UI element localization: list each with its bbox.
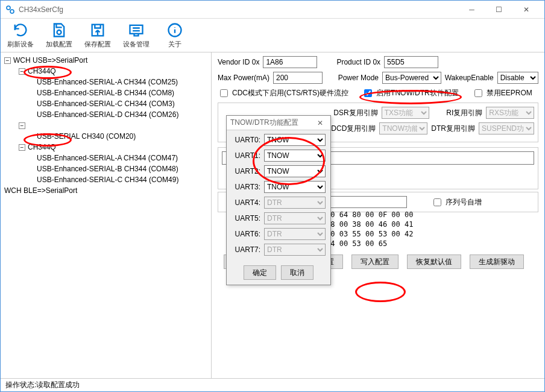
uart4-select: DTR bbox=[264, 197, 326, 209]
vendor-label: Vendor ID 0x bbox=[218, 58, 259, 66]
dialog-cancel-button[interactable]: 取消 bbox=[281, 265, 313, 280]
tree-root-usb[interactable]: −WCH USB=>SerialPort bbox=[3, 55, 209, 66]
uart6-select: DTR bbox=[264, 228, 326, 240]
titlebar: CH34xSerCfg ─ ☐ ✕ bbox=[1, 1, 544, 19]
tnow-dtr-dialog: TNOW/DTR功能配置 ✕ UART0:TNOW UART1:TNOW UAR… bbox=[226, 115, 331, 285]
expander-icon[interactable]: − bbox=[19, 144, 25, 151]
dsr-select: TXS功能 bbox=[382, 107, 430, 119]
minimize-button[interactable]: ─ bbox=[458, 1, 485, 19]
wakeup-label: WakeupEnable bbox=[445, 74, 494, 82]
dcd-label: DCD复用引脚 bbox=[331, 124, 376, 134]
dialog-close-icon[interactable]: ✕ bbox=[313, 119, 327, 127]
uart2-select[interactable]: TNOW bbox=[264, 165, 326, 177]
uart1-label: UART1: bbox=[232, 151, 260, 160]
save-label: 保存配置 bbox=[84, 40, 111, 49]
save-button[interactable]: 保存配置 bbox=[83, 21, 113, 49]
close-button[interactable]: ✕ bbox=[512, 1, 540, 19]
cdc-checkbox[interactable]: CDC模式下启用(CTS/RTS)硬件流控 bbox=[218, 87, 348, 99]
load-label: 加载配置 bbox=[46, 40, 72, 49]
product-label: Product ID 0x bbox=[336, 58, 380, 66]
svg-point-2 bbox=[57, 30, 61, 34]
uart4-label: UART4: bbox=[232, 198, 260, 207]
powermode-select[interactable]: Bus-Powered bbox=[382, 72, 441, 84]
maxpower-input[interactable] bbox=[273, 72, 323, 84]
dialog-title: TNOW/DTR功能配置 bbox=[230, 118, 298, 128]
gendrv-button[interactable]: 生成新驱动 bbox=[470, 254, 524, 269]
uart3-label: UART3: bbox=[232, 183, 260, 191]
expander-icon[interactable]: − bbox=[4, 57, 11, 64]
devmgr-button[interactable]: 设备管理 bbox=[121, 21, 151, 49]
tree-node-ch344q-1[interactable]: −CH344Q bbox=[3, 66, 209, 77]
restore-button[interactable]: 恢复默认值 bbox=[407, 254, 461, 269]
app-window: CH34xSerCfg ─ ☐ ✕ 刷新设备 加载配置 保存配置 设备管理 关于 bbox=[0, 0, 545, 392]
powermode-label: Power Mode bbox=[338, 74, 379, 82]
uart5-select: DTR bbox=[264, 212, 326, 224]
tnow-checkbox[interactable]: 启用TNOW/DTR软件配置 bbox=[362, 87, 459, 99]
status-bar: 操作状态:读取配置成功 bbox=[1, 378, 544, 391]
tree-leaf[interactable]: USB-Enhanced-SERIAL-A CH344 (COM25) bbox=[3, 77, 209, 87]
load-button[interactable]: 加载配置 bbox=[44, 21, 74, 49]
refresh-label: 刷新设备 bbox=[7, 40, 34, 49]
tree-leaf[interactable]: USB-Enhanced-SERIAL-B CH344 (COM48) bbox=[3, 163, 209, 174]
devmgr-label: 设备管理 bbox=[123, 40, 150, 49]
about-button[interactable]: 关于 bbox=[160, 21, 190, 49]
product-input[interactable] bbox=[384, 56, 438, 68]
status-text: 操作状态:读取配置成功 bbox=[5, 380, 80, 390]
dtr-select: SUSPEND功能 bbox=[479, 122, 534, 134]
dcd-select: TNOW功能 bbox=[379, 122, 427, 134]
uart3-select[interactable]: TNOW bbox=[264, 181, 326, 193]
wakeup-select[interactable]: Disable bbox=[497, 72, 538, 84]
dsr-label: DSR复用引脚 bbox=[333, 108, 377, 118]
maximize-button[interactable]: ☐ bbox=[485, 1, 512, 19]
tree-leaf[interactable]: USB-Enhanced-SERIAL-C CH344 (COM49) bbox=[3, 174, 209, 185]
tree-leaf[interactable]: USB-SERIAL CH340 (COM20) bbox=[3, 131, 209, 142]
uart0-label: UART0: bbox=[232, 136, 260, 144]
device-tree[interactable]: −WCH USB=>SerialPort −CH344Q USB-Enhance… bbox=[1, 52, 212, 378]
ri-label: RI复用引脚 bbox=[446, 108, 482, 118]
window-title: CH34xSerCfg bbox=[19, 5, 458, 14]
uart7-label: UART7: bbox=[232, 245, 260, 254]
svg-point-1 bbox=[10, 10, 14, 13]
tree-leaf[interactable]: USB-Enhanced-SERIAL-A CH344 (COM47) bbox=[3, 153, 209, 163]
app-icon bbox=[5, 5, 15, 14]
vendor-input[interactable] bbox=[263, 56, 317, 68]
uart5-label: UART5: bbox=[232, 214, 260, 223]
uart1-select[interactable]: TNOW bbox=[264, 150, 326, 162]
expander-icon[interactable]: − bbox=[19, 122, 25, 129]
svg-rect-4 bbox=[130, 25, 143, 34]
expander-icon[interactable]: − bbox=[19, 68, 25, 75]
uart0-select[interactable]: TNOW bbox=[264, 134, 326, 146]
uart7-select: DTR bbox=[264, 244, 326, 256]
tree-leaf[interactable]: USB-Enhanced-SERIAL-D CH344 (COM26) bbox=[3, 109, 209, 120]
write-button[interactable]: 写入配置 bbox=[351, 254, 399, 269]
uart6-label: UART6: bbox=[232, 230, 260, 238]
dtr-label: DTR复用引脚 bbox=[431, 124, 475, 134]
maxpower-label: Max Power(mA) bbox=[218, 74, 269, 82]
tree-leaf[interactable]: USB-Enhanced-SERIAL-B CH344 (COM8) bbox=[3, 87, 209, 98]
uart2-label: UART2: bbox=[232, 167, 260, 175]
toolbar: 刷新设备 加载配置 保存配置 设备管理 关于 bbox=[1, 19, 544, 52]
serial-auto-checkbox[interactable]: 序列号自增 bbox=[431, 197, 482, 208]
tree-node-ch344q-2[interactable]: −CH344Q bbox=[3, 142, 209, 153]
eeprom-checkbox[interactable]: 禁用EEPROM bbox=[472, 87, 532, 99]
dialog-ok-button[interactable]: 确定 bbox=[244, 265, 276, 280]
about-label: 关于 bbox=[168, 40, 181, 49]
hex-display: 80 64 80 00 0F 00 00 38 00 38 00 46 00 4… bbox=[326, 210, 538, 248]
tree-leaf[interactable]: USB-Enhanced-SERIAL-C CH344 (COM3) bbox=[3, 98, 209, 109]
refresh-button[interactable]: 刷新设备 bbox=[5, 21, 36, 49]
tree-node-blank[interactable]: − bbox=[3, 120, 209, 131]
ri-select: RXS功能 bbox=[486, 107, 534, 119]
tree-root-ble[interactable]: WCH BLE=>SerialPort bbox=[3, 185, 209, 196]
svg-point-0 bbox=[7, 6, 10, 10]
